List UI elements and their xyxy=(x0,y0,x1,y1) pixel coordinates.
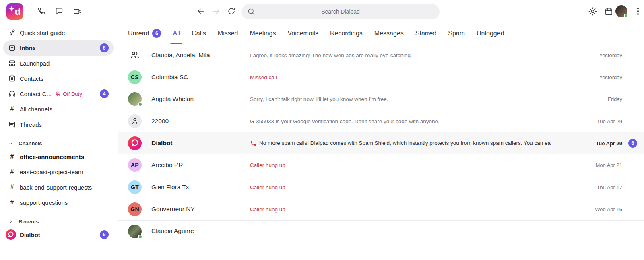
tab-meetings[interactable]: Meetings xyxy=(250,23,276,44)
tab-all[interactable]: All xyxy=(173,23,180,44)
chevron-down-icon xyxy=(8,141,13,146)
red-phone-icon xyxy=(250,140,256,147)
channel-label: east-coast-project-team xyxy=(20,169,83,175)
sidebar-item-quick-start[interactable]: Quick start guide xyxy=(3,25,114,40)
hash-icon: # xyxy=(8,184,16,191)
sidebar-item-label: Dialbot xyxy=(20,231,40,238)
threads-icon xyxy=(8,120,16,128)
chevron-right-icon xyxy=(8,219,13,224)
sidebar-channel-back-end-support-requests[interactable]: # back-end-support-requests xyxy=(3,180,114,195)
hash-icon: # xyxy=(8,168,16,175)
conversation-name: Columbia SC xyxy=(151,74,188,81)
conversation-row[interactable]: Claudia Aguirre xyxy=(118,221,644,243)
search-icon xyxy=(247,8,255,16)
offduty-label: Off Duty xyxy=(63,91,82,97)
sidebar-item-label: Threads xyxy=(20,121,42,128)
dialbot-avatar xyxy=(128,136,142,150)
person-icon xyxy=(130,117,139,126)
initials-avatar: CS xyxy=(128,70,142,84)
tab-calls[interactable]: Calls xyxy=(192,23,206,44)
tab-unlogged[interactable]: Unlogged xyxy=(477,23,504,44)
refresh-button[interactable] xyxy=(224,4,239,19)
conversation-name: Angela Whelan xyxy=(151,95,194,103)
conversation-row-dialbot[interactable]: Dialbot No more spam calls! Dialpad come… xyxy=(118,132,644,155)
back-button[interactable] xyxy=(193,4,208,19)
phone-button[interactable] xyxy=(34,4,49,19)
gear-icon xyxy=(588,7,597,16)
chat-icon xyxy=(55,7,64,16)
conversation-name: Arecibo PR xyxy=(151,161,183,169)
tab-spam[interactable]: Spam xyxy=(448,23,465,44)
conversation-preview: Caller hung up xyxy=(250,184,576,190)
hash-icon: # xyxy=(8,199,16,206)
presence-dot xyxy=(624,14,628,18)
sidebar: Quick start guide Inbox 6 Launchpad xyxy=(0,23,117,260)
search-bar[interactable] xyxy=(242,4,440,19)
tab-recordings[interactable]: Recordings xyxy=(330,23,363,44)
sidebar-channel-east-coast-project-team[interactable]: # east-coast-project-team xyxy=(3,164,114,180)
dialpad-logo[interactable]: d xyxy=(6,3,23,20)
sidebar-item-dialbot[interactable]: Dialbot 6 xyxy=(3,227,114,242)
inbox-icon xyxy=(8,44,16,52)
meetings-button[interactable] xyxy=(70,4,85,19)
calendar-button[interactable] xyxy=(601,4,616,19)
tab-messages[interactable]: Messages xyxy=(374,23,404,44)
presence-dot xyxy=(138,102,142,107)
section-header-label: Recents xyxy=(19,219,39,225)
sidebar-item-label: Contacts xyxy=(20,75,43,82)
hash-icon: # xyxy=(8,105,16,113)
conversation-unread-badge: 6 xyxy=(628,139,637,148)
section-header-label: Channels xyxy=(19,140,42,147)
overflow-menu-button[interactable] xyxy=(632,4,644,19)
sidebar-item-inbox[interactable]: Inbox 6 xyxy=(3,40,114,56)
messages-button[interactable] xyxy=(52,4,67,19)
user-avatar[interactable] xyxy=(615,5,627,17)
contact-card-icon xyxy=(8,74,16,83)
logo-letter: d xyxy=(14,6,21,17)
sidebar-item-label: Contact C... xyxy=(20,91,52,97)
initials-avatar: AP xyxy=(128,158,142,172)
recents-section-header[interactable]: Recents xyxy=(3,216,114,227)
conversation-date: Tue Apr 29 xyxy=(596,140,622,146)
calendar-icon xyxy=(604,7,613,16)
conversation-row[interactable]: Angela Whelan Sorry, I can't talk right … xyxy=(118,88,644,110)
channels-section-header[interactable]: Channels xyxy=(3,138,114,149)
channel-label: office-announcements xyxy=(20,153,84,160)
settings-button[interactable] xyxy=(585,4,600,19)
conversation-preview: I agree, it looks amazing! The new web a… xyxy=(250,52,576,58)
tab-unread[interactable]: Unread 6 xyxy=(128,23,161,44)
conversation-name: Gouverneur NY xyxy=(151,206,195,213)
inbox-tabbar: Unread 6 All Calls Missed Meetings Voice… xyxy=(118,23,644,44)
conversation-row[interactable]: 22000 G-355933 is your Google verificati… xyxy=(118,110,644,132)
sidebar-item-launchpad[interactable]: Launchpad xyxy=(3,56,114,71)
sidebar-channel-office-announcements[interactable]: # office-announcements xyxy=(3,149,114,164)
group-icon xyxy=(130,50,140,60)
back-arrow-icon xyxy=(196,7,205,16)
conversation-name: Glen Flora Tx xyxy=(151,184,189,191)
conversation-preview: Caller hung up xyxy=(250,162,576,168)
conversation-row[interactable]: AP Arecibo PR Caller hung up Mon Apr 21 xyxy=(118,154,644,176)
forward-button[interactable] xyxy=(208,4,224,19)
sidebar-item-contact-center[interactable]: Contact C... Off Duty 4 xyxy=(3,86,114,101)
tab-voicemails[interactable]: Voicemails xyxy=(287,23,318,44)
conversation-row[interactable]: GN Gouverneur NY Caller hung up Wed Apr … xyxy=(118,198,644,221)
search-input[interactable] xyxy=(258,4,423,19)
sidebar-item-label: Inbox xyxy=(20,45,36,52)
tab-starred[interactable]: Starred xyxy=(415,23,436,44)
main-panel: Unread 6 All Calls Missed Meetings Voice… xyxy=(118,23,644,260)
conversation-preview: Missed call xyxy=(250,74,576,80)
tab-missed[interactable]: Missed xyxy=(218,23,238,44)
video-icon xyxy=(73,7,82,16)
sidebar-item-all-channels[interactable]: # All channels xyxy=(3,101,114,117)
conversation-date: Yesterday xyxy=(599,52,622,58)
launchpad-icon xyxy=(8,59,16,67)
offduty-status: Off Duty xyxy=(55,91,82,97)
sidebar-item-contacts[interactable]: Contacts xyxy=(3,71,114,86)
group-avatar xyxy=(128,48,142,62)
conversation-row[interactable]: CS Columbia SC Missed call Yesterday xyxy=(118,66,644,89)
sidebar-item-threads[interactable]: Threads xyxy=(3,117,114,132)
conversation-row-group[interactable]: Claudia, Angela, Mila I agree, it looks … xyxy=(118,44,644,66)
sidebar-channel-support-questions[interactable]: # support-questions xyxy=(3,195,114,210)
conversation-name: 22000 xyxy=(151,118,169,125)
conversation-row[interactable]: GT Glen Flora Tx Caller hung up Thu Apr … xyxy=(118,176,644,198)
